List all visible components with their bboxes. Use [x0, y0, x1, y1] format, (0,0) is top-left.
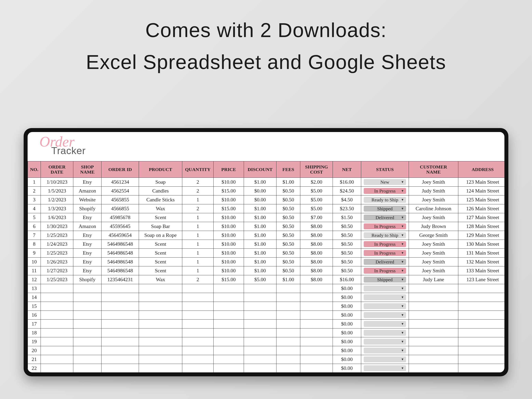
- cell-disc[interactable]: [244, 320, 276, 329]
- cell-ship[interactable]: $8.00: [300, 275, 333, 284]
- cell-status[interactable]: In Progress▼: [361, 222, 409, 231]
- cell-disc[interactable]: $5.00: [244, 275, 276, 284]
- cell-ship[interactable]: $5.00: [300, 204, 333, 213]
- cell-status[interactable]: Delivered▼: [361, 258, 409, 266]
- cell-disc[interactable]: [244, 284, 276, 293]
- status-dropdown[interactable]: Shipped▼: [364, 277, 406, 283]
- status-dropdown[interactable]: In Progress▼: [364, 241, 406, 247]
- status-dropdown[interactable]: Shipped▼: [364, 206, 406, 212]
- cell-disc[interactable]: $1.00: [244, 266, 276, 275]
- cell-orderid[interactable]: 4566855: [101, 204, 139, 213]
- cell-orderid[interactable]: [101, 337, 139, 346]
- column-header[interactable]: FEES: [276, 161, 300, 178]
- cell-no[interactable]: 15: [28, 302, 41, 311]
- cell-addr[interactable]: 133 Main Street: [458, 266, 504, 275]
- cell-net[interactable]: $0.00: [333, 302, 361, 311]
- cell-orderid[interactable]: [101, 284, 139, 293]
- cell-ship[interactable]: $8.00: [300, 258, 333, 266]
- cell-price[interactable]: $15.00: [213, 204, 244, 213]
- cell-shop[interactable]: [73, 364, 101, 373]
- cell-date[interactable]: 1/6/2023: [41, 213, 73, 222]
- cell-date[interactable]: [41, 293, 73, 302]
- cell-status[interactable]: In Progress▼: [361, 249, 409, 258]
- cell-ship[interactable]: $8.00: [300, 240, 333, 249]
- column-header[interactable]: SHOPNAME: [73, 161, 101, 178]
- cell-qty[interactable]: [182, 329, 214, 337]
- cell-status[interactable]: .▼: [361, 320, 409, 329]
- cell-status[interactable]: .▼: [361, 293, 409, 302]
- cell-product[interactable]: Soap: [139, 178, 182, 187]
- cell-orderid[interactable]: 4562554: [101, 187, 139, 196]
- cell-ship[interactable]: [300, 337, 333, 346]
- cell-cust[interactable]: Judy Smith: [409, 187, 458, 196]
- cell-disc[interactable]: $1.00: [244, 258, 276, 266]
- cell-addr[interactable]: [458, 302, 504, 311]
- cell-net[interactable]: $0.00: [333, 284, 361, 293]
- column-header[interactable]: QUANTITY: [182, 161, 214, 178]
- cell-no[interactable]: 16: [28, 311, 41, 320]
- cell-disc[interactable]: $1.00: [244, 213, 276, 222]
- cell-addr[interactable]: 132 Main Street: [458, 258, 504, 266]
- cell-ship[interactable]: $2.00: [300, 178, 333, 187]
- cell-qty[interactable]: [182, 355, 214, 364]
- cell-status[interactable]: In Progress▼: [361, 266, 409, 275]
- cell-price[interactable]: $10.00: [213, 231, 244, 240]
- cell-qty[interactable]: [182, 346, 214, 355]
- status-dropdown[interactable]: Delivered▼: [364, 215, 406, 221]
- status-dropdown[interactable]: In Progress▼: [364, 268, 406, 274]
- status-dropdown[interactable]: Delivered▼: [364, 259, 406, 265]
- cell-qty[interactable]: [182, 364, 214, 373]
- cell-disc[interactable]: $1.00: [244, 231, 276, 240]
- cell-shop[interactable]: Shopify: [73, 275, 101, 284]
- cell-date[interactable]: [41, 284, 73, 293]
- cell-orderid[interactable]: 4565855: [101, 196, 139, 204]
- cell-shop[interactable]: [73, 320, 101, 329]
- cell-shop[interactable]: [73, 337, 101, 346]
- cell-qty[interactable]: 1: [182, 231, 214, 240]
- cell-fees[interactable]: $0.50: [276, 187, 300, 196]
- cell-addr[interactable]: 130 Main Street: [458, 240, 504, 249]
- column-header[interactable]: NET: [333, 161, 361, 178]
- cell-addr[interactable]: [458, 293, 504, 302]
- cell-date[interactable]: 1/10/2023: [41, 178, 73, 187]
- cell-net[interactable]: $16.00: [333, 178, 361, 187]
- cell-price[interactable]: $10.00: [213, 249, 244, 258]
- cell-status[interactable]: .▼: [361, 337, 409, 346]
- status-dropdown[interactable]: .▼: [364, 285, 406, 291]
- cell-fees[interactable]: [276, 337, 300, 346]
- column-header[interactable]: SHIPPINGCOST: [300, 161, 333, 178]
- cell-ship[interactable]: [300, 320, 333, 329]
- cell-shop[interactable]: [73, 302, 101, 311]
- cell-price[interactable]: [213, 355, 244, 364]
- column-header[interactable]: ORDER ID: [101, 161, 139, 178]
- cell-date[interactable]: 1/3/2023: [41, 204, 73, 213]
- cell-net[interactable]: $0.50: [333, 222, 361, 231]
- cell-fees[interactable]: $0.50: [276, 240, 300, 249]
- cell-disc[interactable]: [244, 329, 276, 337]
- cell-disc[interactable]: [244, 355, 276, 364]
- status-dropdown[interactable]: .▼: [364, 321, 406, 327]
- cell-ship[interactable]: [300, 284, 333, 293]
- cell-net[interactable]: $4.50: [333, 196, 361, 204]
- cell-status[interactable]: .▼: [361, 346, 409, 355]
- cell-disc[interactable]: [244, 337, 276, 346]
- cell-disc[interactable]: [244, 293, 276, 302]
- cell-fees[interactable]: [276, 329, 300, 337]
- cell-product[interactable]: Soap on a Rope: [139, 231, 182, 240]
- cell-fees[interactable]: $0.50: [276, 222, 300, 231]
- cell-cust[interactable]: Joey Smith: [409, 266, 458, 275]
- cell-net[interactable]: $0.50: [333, 231, 361, 240]
- cell-qty[interactable]: 1: [182, 213, 214, 222]
- cell-cust[interactable]: [409, 311, 458, 320]
- cell-product[interactable]: [139, 284, 182, 293]
- cell-disc[interactable]: [244, 302, 276, 311]
- cell-ship[interactable]: $8.00: [300, 222, 333, 231]
- cell-cust[interactable]: [409, 346, 458, 355]
- cell-orderid[interactable]: [101, 311, 139, 320]
- cell-disc[interactable]: $0.00: [244, 196, 276, 204]
- cell-date[interactable]: [41, 355, 73, 364]
- cell-price[interactable]: $10.00: [213, 266, 244, 275]
- cell-qty[interactable]: 1: [182, 222, 214, 231]
- cell-date[interactable]: [41, 337, 73, 346]
- cell-status[interactable]: In Progress▼: [361, 240, 409, 249]
